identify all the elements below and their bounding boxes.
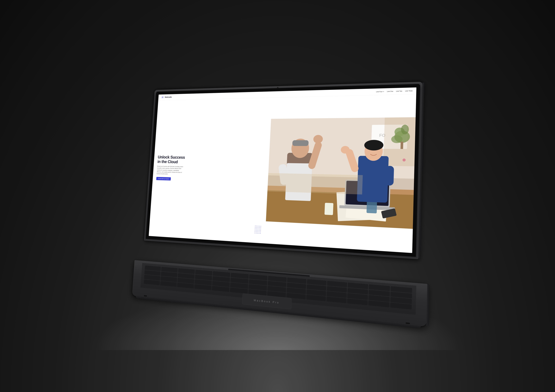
key[interactable] [213,271,230,277]
dot [258,226,258,226]
key[interactable] [212,286,229,292]
dot [259,229,259,229]
base-side-edge [426,285,429,326]
hero-subtitle: Elevate your business with SolvLabs Cons… [157,165,183,175]
hero-image: FO [265,94,416,253]
key[interactable] [390,292,412,298]
key[interactable] [327,291,347,297]
key[interactable] [144,279,160,285]
key[interactable] [369,295,390,301]
dot [260,233,261,234]
dot [256,227,257,228]
dot [257,230,258,231]
key[interactable] [178,273,195,278]
key[interactable] [194,284,212,290]
dot [255,231,255,232]
key[interactable] [327,281,347,287]
key[interactable] [230,283,248,288]
svg-rect-24 [292,140,308,146]
nav-logo: SolvLabs [161,96,172,99]
key[interactable] [177,283,194,288]
key[interactable] [144,275,160,280]
dot [259,226,260,227]
key[interactable] [161,271,177,277]
nav-link-link-three[interactable]: Link Three [405,90,413,92]
key[interactable] [347,293,368,299]
dot [255,228,255,229]
dot [257,228,258,229]
dot [256,230,257,230]
key[interactable] [249,279,267,285]
hero-left: Unlock Success in the Cloud Elevate your… [149,98,272,243]
dot-grid-decoration [255,226,261,234]
key[interactable] [307,279,326,285]
key[interactable] [249,274,267,280]
key[interactable] [287,283,306,289]
screen-bezel: SolvLabs Link Four Link One Link Two [146,84,420,257]
key[interactable] [369,284,390,291]
key[interactable] [160,281,177,286]
key[interactable] [369,290,390,296]
key[interactable] [230,287,248,293]
nav-link-link-one[interactable]: Link One [387,91,393,93]
dot [256,226,257,226]
dot [259,233,259,234]
key[interactable] [230,278,248,283]
key[interactable] [144,270,161,276]
key[interactable] [368,300,389,307]
dot [255,230,255,230]
hero-right: FO [265,94,416,253]
key[interactable] [326,296,347,303]
key[interactable] [287,278,306,284]
key[interactable] [347,288,368,294]
hero-title: Unlock Success in the Cloud [157,155,265,166]
nav-link-link-two[interactable]: Link Two [396,90,402,92]
dot [257,227,258,228]
key[interactable] [161,267,178,272]
logo-text: SolvLabs [165,96,172,98]
key[interactable] [327,286,347,292]
hero-section: Unlock Success in the Cloud Elevate your… [149,94,416,253]
key[interactable] [390,302,412,309]
key[interactable] [287,288,306,294]
key[interactable] [212,276,230,282]
key[interactable] [195,274,212,280]
key[interactable] [390,297,412,304]
dot [260,227,261,228]
key[interactable] [248,284,267,290]
key[interactable] [306,295,326,301]
key[interactable] [307,284,326,290]
key[interactable] [231,273,249,278]
dot [257,233,258,234]
key[interactable] [195,279,212,285]
key[interactable] [177,278,194,283]
key[interactable] [390,286,412,292]
key[interactable] [178,268,195,274]
key[interactable] [268,276,287,282]
key[interactable] [268,281,286,287]
dot [259,232,259,232]
key[interactable] [145,265,161,271]
logo-icon [161,96,164,99]
key[interactable] [348,283,368,289]
key[interactable] [306,289,326,296]
laptop: SolvLabs Link Four Link One Link Two [132,81,446,328]
dot [260,226,261,227]
rubber-foot-left [144,295,147,297]
dot [255,227,255,228]
laptop-base: MacBook Pro [132,260,427,327]
nav-link-link-four[interactable]: Link Four [376,91,384,93]
dot [256,231,256,232]
key[interactable] [347,298,368,305]
website: SolvLabs Link Four Link One Link Two [149,87,416,253]
key[interactable] [212,281,230,287]
cta-button[interactable]: Consult with our Experts [156,177,171,180]
key[interactable] [267,286,286,292]
dot [260,229,261,229]
svg-rect-20 [324,203,333,215]
dot [257,231,258,232]
chevron-down-icon [383,91,384,92]
dot [260,232,261,232]
key[interactable] [195,270,212,275]
key[interactable] [161,276,177,282]
